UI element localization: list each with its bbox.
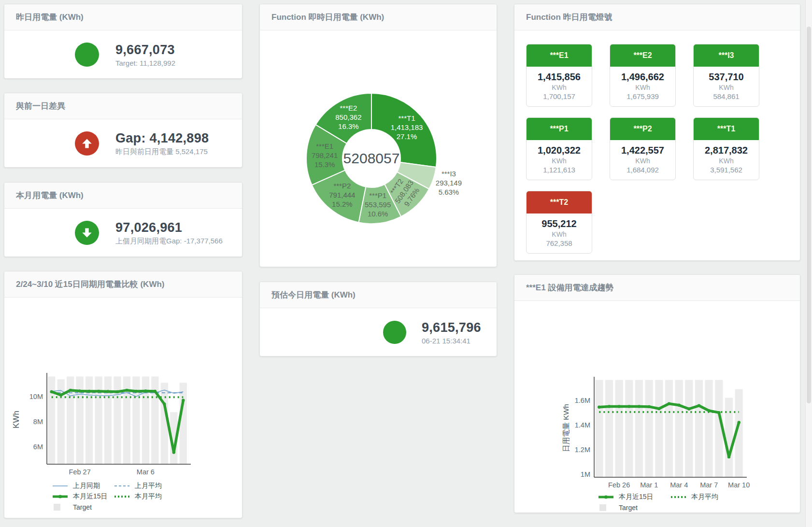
tile-body: 537,710KWh584,861 xyxy=(694,67,759,106)
data-point xyxy=(59,394,62,397)
donut-svg: ***T11,413,18327.1%***I3293,1495.63%***T… xyxy=(260,30,497,257)
target-bar xyxy=(595,380,603,477)
data-point xyxy=(97,390,100,393)
card-15day-comparison-chart: 2/24~3/10 近15日同期用電量比較 (KWh) 6M8M10MFeb 2… xyxy=(4,271,242,518)
target-bar xyxy=(605,380,613,477)
data-point xyxy=(50,390,53,393)
status-tile-p1[interactable]: ***P11,020,322KWh1,121,613 xyxy=(526,117,592,180)
legend-item-series[interactable]: 上月同期 xyxy=(52,482,114,490)
y-tick-label: 6M xyxy=(33,443,43,451)
target-bar xyxy=(85,376,93,464)
data-point xyxy=(618,405,621,408)
data-point xyxy=(727,456,730,458)
card-title: 預估今日用電量 (KWh) xyxy=(260,282,497,308)
y-tick-label: 1M xyxy=(581,470,590,478)
pie-slice-label: ***I3293,1495.63% xyxy=(436,170,462,196)
card-gap-prev-day: 與前一日差異 Gap: 4,142,898 昨日與前日用電量 5,524,175 xyxy=(4,93,242,168)
tile-header: ***E2 xyxy=(610,44,675,67)
card-month-usage: 本月用電量 (KWh) 97,026,961 上個月同期用電Gap: -17,3… xyxy=(4,182,242,257)
card-status-lights: Function 昨日用電燈號 ***E11,415,856KWh1,700,1… xyxy=(514,4,800,261)
status-tile-p2[interactable]: ***P21,422,557KWh1,684,092 xyxy=(610,117,676,180)
tile-header: ***P1 xyxy=(527,118,592,140)
target-bar xyxy=(104,376,112,464)
tile-header: ***I3 xyxy=(694,44,759,67)
tile-unit: KWh xyxy=(612,157,673,165)
target-bar xyxy=(645,380,653,477)
legend-item-series[interactable]: 本月近15日 xyxy=(52,492,114,501)
kpi-text: 97,026,961 上個月同期用電Gap: -17,377,566 xyxy=(115,220,223,246)
card-title: Function 即時日用電量 (KWh) xyxy=(260,4,497,30)
data-point xyxy=(638,405,641,408)
tile-unit: KWh xyxy=(528,230,590,238)
kpi-timestamp: 06-21 15:34:41 xyxy=(422,337,481,345)
legend-swatch xyxy=(52,504,69,511)
tile-target-value: 1,675,939 xyxy=(612,92,673,100)
card-title: 昨日用電量 (KWh) xyxy=(4,4,242,30)
x-tick-label: Feb 27 xyxy=(69,468,91,476)
legend-swatch xyxy=(114,493,131,500)
arrow-down-icon xyxy=(75,221,99,245)
tile-value: 1,496,662 xyxy=(612,71,673,83)
arrow-up-icon xyxy=(75,131,99,156)
legend-item-target[interactable]: Target xyxy=(598,504,670,512)
data-point xyxy=(144,389,147,392)
legend-item-series[interactable]: 本月平均 xyxy=(114,492,196,501)
tile-unit: KWh xyxy=(528,84,590,91)
status-tile-t1[interactable]: ***T12,817,832KWh3,591,562 xyxy=(693,117,759,180)
tile-value: 955,212 xyxy=(528,218,590,229)
legend-label: 本月平均 xyxy=(135,492,162,501)
y-tick-label: 8M xyxy=(33,418,43,426)
card-realtime-donut: Function 即時日用電量 (KWh) ***T11,413,18327.1… xyxy=(259,4,497,267)
legend-item-series[interactable]: 本月平均 xyxy=(670,493,752,501)
tile-value: 1,422,557 xyxy=(612,145,673,156)
target-bar xyxy=(95,376,102,464)
legend-item-series[interactable]: 本月近15日 xyxy=(598,493,670,501)
tile-value: 537,710 xyxy=(696,71,757,83)
legend-swatch xyxy=(670,494,687,500)
kpi-body: 9,615,796 06-21 15:34:41 xyxy=(260,308,497,356)
target-bar xyxy=(695,380,703,477)
status-tile-e2[interactable]: ***E21,496,662KWh1,675,939 xyxy=(610,44,676,107)
target-bar xyxy=(625,380,633,477)
data-point xyxy=(648,405,651,408)
realtime-usage-donut-chart: ***T11,413,18327.1%***I3293,1495.63%***T… xyxy=(260,30,497,257)
y-axis-label: 日用電量 KWh xyxy=(562,404,570,452)
x-tick-label: Mar 6 xyxy=(137,468,155,476)
status-tile-i3[interactable]: ***I3537,710KWh584,861 xyxy=(693,44,759,107)
data-point xyxy=(668,402,670,405)
tile-target-value: 1,684,092 xyxy=(612,166,673,174)
kpi-body: Gap: 4,142,898 昨日與前日用電量 5,524,175 xyxy=(4,119,242,168)
tile-body: 1,496,662KWh1,675,939 xyxy=(610,67,675,106)
legend-label: Target xyxy=(73,503,92,511)
donut-center-total: 5208057 xyxy=(343,150,400,166)
legend-item-series[interactable]: 上月平均 xyxy=(114,482,196,490)
tile-target-value: 762,358 xyxy=(528,239,590,247)
legend-label: 本月近15日 xyxy=(73,492,108,501)
data-point xyxy=(182,399,185,402)
page-scrollbar[interactable] xyxy=(805,0,812,527)
target-bar xyxy=(725,398,733,478)
status-tile-t2[interactable]: ***T2955,212KWh762,358 xyxy=(526,191,592,254)
legend-label: 本月近15日 xyxy=(619,493,654,501)
card-title: Function 昨日用電燈號 xyxy=(514,4,800,30)
data-point xyxy=(657,407,660,410)
tile-target-value: 1,700,157 xyxy=(528,92,590,100)
legend-item-target[interactable]: Target xyxy=(52,503,114,511)
data-point xyxy=(116,390,119,393)
comparison-line-chart: 6M8M10MFeb 27Mar 6KWh xyxy=(4,370,242,479)
card-title: 與前一日差異 xyxy=(4,93,242,119)
scrollbar-thumb[interactable] xyxy=(807,27,811,403)
target-bar xyxy=(151,376,158,464)
kpi-subtext: 昨日與前日用電量 5,524,175 xyxy=(115,147,209,157)
card-yesterday-usage: 昨日用電量 (KWh) 9,667,073 Target: 11,128,992 xyxy=(4,4,242,79)
column-middle: Function 即時日用電量 (KWh) ***T11,413,18327.1… xyxy=(259,4,497,518)
data-point xyxy=(106,390,109,393)
green-status-circle-icon xyxy=(75,43,99,67)
data-point xyxy=(69,389,72,392)
kpi-subtext: 上個月同期用電Gap: -17,377,566 xyxy=(115,237,223,246)
status-tile-e1[interactable]: ***E11,415,856KWh1,700,157 xyxy=(526,44,592,107)
target-bar xyxy=(685,380,693,477)
data-point xyxy=(598,406,600,409)
legend-swatch xyxy=(52,493,69,500)
tile-value: 1,020,322 xyxy=(528,145,590,156)
